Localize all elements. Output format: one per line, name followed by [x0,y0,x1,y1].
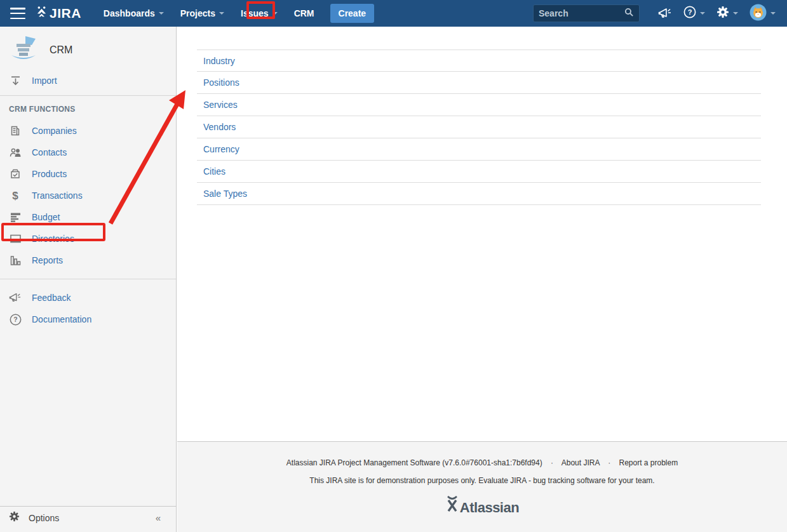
footer-software-info: Atlassian JIRA Project Management Softwa… [286,458,542,467]
chevron-down-icon [770,12,776,15]
directory-row: Cities [197,161,761,183]
announcements-megaphone-icon[interactable] [652,0,678,27]
chevron-down-icon [700,12,705,15]
directory-row: Services [197,94,761,116]
sidebar-item-import[interactable]: Import [0,70,176,91]
building-icon [9,125,22,136]
megaphone-icon [9,292,22,303]
sidebar-divider [0,95,176,96]
directory-link-cities[interactable]: Cities [203,166,225,176]
directory-link-industry[interactable]: Industry [203,56,235,66]
chevron-down-icon [272,12,278,15]
directory-row: Positions [197,72,761,94]
sidebar-item-label[interactable]: Transactions [32,190,83,201]
sidebar-item-label[interactable]: Products [32,169,67,179]
sidebar-item-label[interactable]: Feedback [32,293,71,303]
sidebar-section-title: CRM FUNCTIONS [0,100,176,120]
report-problem-link[interactable]: Report a problem [619,458,678,467]
drawer-icon [9,234,22,244]
page-footer: Atlassian JIRA Project Management Softwa… [177,441,787,532]
options-bar[interactable]: Options « [0,506,176,529]
chevron-down-icon [159,12,164,15]
help-menu[interactable]: ? [678,0,711,27]
main-content: Industry Positions Services Vendors Curr… [177,27,787,532]
nav-dashboards[interactable]: Dashboards [95,0,172,27]
bar-chart-icon [9,255,22,266]
sidebar-item-companies[interactable]: Companies [0,120,176,142]
sidebar-item-budget[interactable]: Budget [0,206,176,228]
directory-link-sale-types[interactable]: Sale Types [203,189,247,199]
directory-row: Vendors [197,116,761,138]
jira-charlie-icon [36,6,48,21]
sidebar-item-label[interactable]: Budget [32,212,60,222]
user-menu[interactable] [744,4,778,23]
hamburger-menu-icon[interactable] [10,8,25,19]
help-icon: ? [683,6,696,21]
import-icon [9,76,22,86]
crm-app-header: CRM [0,27,176,70]
sidebar-item-label[interactable]: Import [32,76,57,86]
options-label: Options [29,513,147,523]
create-button[interactable]: Create [330,4,375,23]
crm-sidebar: CRM Import CRM FUNCTIONS [0,27,177,532]
box-check-icon [9,168,22,180]
crm-app-title: CRM [50,44,72,56]
sidebar-item-label[interactable]: Contacts [32,147,67,157]
nav-projects[interactable]: Projects [172,0,232,27]
sidebar-item-reports[interactable]: Reports [0,249,176,271]
sidebar-divider [0,279,176,279]
crm-app-icon [9,35,38,65]
question-circle-icon: ? [9,314,22,326]
jira-wordmark: JIRA [50,6,81,21]
jira-logo[interactable]: JIRA [36,6,81,21]
stacked-bars-icon [9,212,22,222]
directory-link-positions[interactable]: Positions [203,77,239,88]
footer-demo-notice: This JIRA site is for demonstration purp… [177,476,787,485]
search-box[interactable] [533,4,640,22]
about-jira-link[interactable]: About JIRA [562,458,600,467]
people-icon [9,147,22,158]
footer-software-line: Atlassian JIRA Project Management Softwa… [177,458,787,467]
sidebar-item-directories[interactable]: Directories [0,228,176,249]
sidebar-item-products[interactable]: Products [0,163,176,185]
top-navbar: JIRA Dashboards Projects Issues CRM Crea… [0,0,787,27]
directory-link-services[interactable]: Services [203,100,238,110]
directory-link-vendors[interactable]: Vendors [203,122,236,132]
directories-list: Industry Positions Services Vendors Curr… [197,50,761,205]
chevron-down-icon [733,12,738,15]
sidebar-item-feedback[interactable]: Feedback [0,287,176,309]
nav-crm[interactable]: CRM [286,0,323,27]
directory-row: Currency [197,138,761,161]
search-icon[interactable] [624,8,634,20]
nav-issues[interactable]: Issues [232,0,286,27]
gear-icon [9,511,20,524]
svg-text:?: ? [688,8,692,16]
atlassian-wordmark: Atlassian [460,502,519,514]
sidebar-item-label[interactable]: Directories [32,234,74,244]
directory-link-currency[interactable]: Currency [203,144,239,154]
sidebar-item-label[interactable]: Companies [32,126,77,136]
sidebar-item-contacts[interactable]: Contacts [0,142,176,163]
svg-text:?: ? [13,316,17,323]
primary-nav: Dashboards Projects Issues CRM Create [95,0,374,27]
jira-crm-page: JIRA Dashboards Projects Issues CRM Crea… [0,0,787,532]
gear-icon [716,6,729,21]
directory-row: Sale Types [197,183,761,205]
avatar [750,4,767,23]
sidebar-item-documentation[interactable]: ? Documentation [0,309,176,330]
admin-settings-menu[interactable] [711,0,744,27]
directory-row: Industry [197,50,761,72]
search-input[interactable] [539,8,624,18]
collapse-sidebar-icon[interactable]: « [156,512,167,523]
dollar-icon: $ [9,190,22,201]
atlassian-logo: Atlassian [445,495,519,514]
sidebar-item-transactions[interactable]: $ Transactions [0,185,176,206]
sidebar-item-label[interactable]: Documentation [32,314,91,324]
atlassian-mark-icon [445,495,459,514]
chevron-down-icon [219,12,224,15]
sidebar-item-label[interactable]: Reports [32,255,63,265]
